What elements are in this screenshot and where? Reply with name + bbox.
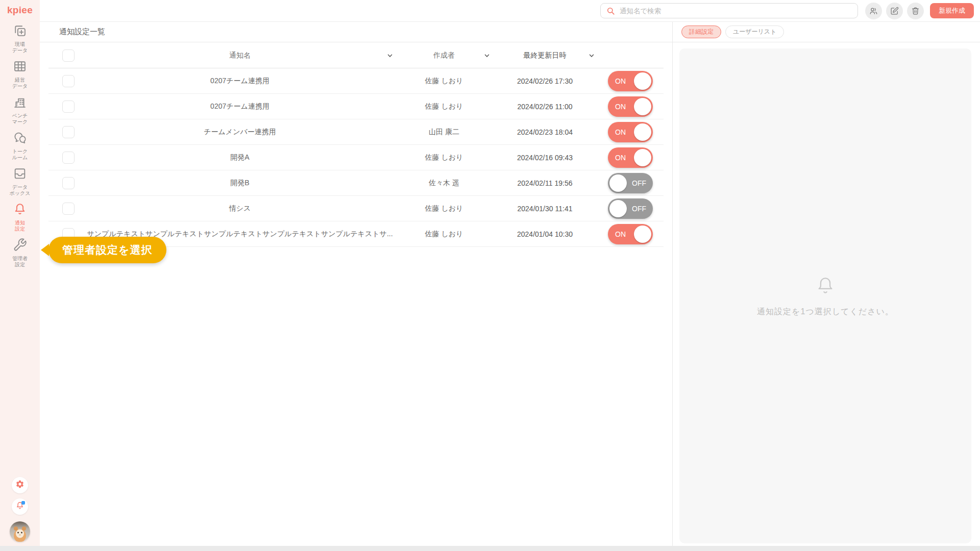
- sidebar-item-field-data[interactable]: 現場データ: [0, 23, 40, 59]
- create-button[interactable]: 新規作成: [930, 3, 974, 18]
- users-icon: [869, 7, 878, 15]
- toggle-knob: [634, 98, 651, 115]
- page-title: 通知設定一覧: [40, 22, 672, 42]
- field-data-icon: [13, 23, 27, 40]
- settings-button[interactable]: [12, 477, 28, 493]
- bell-icon: [13, 202, 27, 218]
- trash-icon: [911, 7, 920, 15]
- admin-settings-tooltip: 管理者設定を選択: [48, 237, 166, 263]
- toggle-knob: [609, 200, 627, 217]
- sidebar-item-admin-settings[interactable]: 管理者設定: [0, 238, 40, 273]
- topbar: 新規作成: [40, 0, 980, 22]
- row-name: 0207チーム連携用: [84, 77, 396, 86]
- row-checkbox[interactable]: [62, 75, 75, 87]
- tab-detail-settings[interactable]: 詳細設定: [681, 26, 721, 38]
- notification-table: 通知名 作成者 最終更新日時 0207チーム連携用 佐藤 しおり 2024/02…: [40, 43, 672, 546]
- toggle-state-label: ON: [615, 77, 626, 85]
- toggle-state-label: ON: [615, 103, 626, 111]
- edit-button[interactable]: [886, 3, 903, 19]
- row-toggle[interactable]: ON: [608, 224, 653, 244]
- row-updated: 2024/01/30 11:41: [493, 205, 597, 213]
- benchmark-icon: [13, 95, 27, 111]
- row-toggle[interactable]: OFF: [608, 198, 653, 219]
- row-toggle[interactable]: ON: [608, 71, 653, 91]
- search-input[interactable]: [620, 7, 852, 15]
- row-toggle[interactable]: ON: [608, 122, 653, 142]
- row-checkbox[interactable]: [62, 177, 75, 189]
- gear-icon: [15, 480, 24, 491]
- row-author: 佐々木 遥: [396, 179, 493, 188]
- toggle-state-label: ON: [615, 128, 626, 136]
- detail-panel-card: 通知設定を1つ選択してください。: [679, 48, 971, 543]
- notifications-button[interactable]: [12, 498, 28, 515]
- sidebar-item-benchmark[interactable]: ベンチマーク: [0, 95, 40, 131]
- users-button[interactable]: [865, 3, 882, 19]
- row-author: 佐藤 しおり: [396, 204, 493, 213]
- tab-user-list[interactable]: ユーザーリスト: [725, 26, 784, 38]
- column-header-author: 作成者: [396, 51, 493, 60]
- toggle-state-label: ON: [615, 230, 626, 238]
- right-panel-tabs: 詳細設定 ユーザーリスト: [672, 22, 784, 42]
- edit-icon: [890, 7, 899, 15]
- management-data-icon: [13, 59, 27, 76]
- toggle-state-label: OFF: [632, 179, 646, 187]
- column-header-updated: 最終更新日時: [493, 51, 597, 60]
- table-row[interactable]: 0207チーム連携用 佐藤 しおり 2024/02/26 11:00 ON: [48, 94, 664, 119]
- bell-icon: [815, 275, 836, 298]
- table-row[interactable]: 0207チーム連携用 佐藤 しおり 2024/02/26 17:30 ON: [48, 68, 664, 94]
- row-toggle[interactable]: ON: [608, 147, 653, 168]
- subheader: 通知設定一覧 詳細設定 ユーザーリスト: [40, 22, 980, 42]
- delete-button[interactable]: [907, 3, 924, 19]
- sort-chevron-icon[interactable]: [588, 52, 595, 59]
- select-all-checkbox[interactable]: [62, 49, 75, 62]
- row-updated: 2024/02/26 17:30: [493, 77, 597, 85]
- user-avatar[interactable]: [10, 521, 30, 542]
- search-icon: [606, 6, 616, 16]
- toggle-knob: [634, 226, 651, 243]
- search-box: [600, 3, 858, 18]
- row-updated: 2024/02/16 09:43: [493, 154, 597, 162]
- row-updated: 2024/02/11 19:56: [493, 179, 597, 187]
- row-checkbox[interactable]: [62, 203, 75, 215]
- sidebar-footer: [0, 477, 40, 542]
- toggle-state-label: ON: [615, 154, 626, 162]
- row-name: チームメンバー連携用: [84, 128, 396, 137]
- table-body: 0207チーム連携用 佐藤 しおり 2024/02/26 17:30 ON 02…: [48, 68, 664, 247]
- row-name: 情シス: [84, 204, 396, 213]
- toggle-state-label: OFF: [632, 205, 646, 213]
- sidebar-item-notification-settings[interactable]: 通知設定: [0, 202, 40, 238]
- row-author: 佐藤 しおり: [396, 153, 493, 162]
- row-name: 開発A: [84, 153, 396, 162]
- row-name: 0207チーム連携用: [84, 102, 396, 111]
- toggle-knob: [634, 123, 651, 141]
- sidebar-item-talk-room[interactable]: トークルーム: [0, 131, 40, 166]
- row-author: 佐藤 しおり: [396, 77, 493, 86]
- table-row[interactable]: チームメンバー連携用 山田 康二 2024/02/23 18:04 ON: [48, 119, 664, 145]
- toggle-knob: [609, 174, 627, 192]
- row-checkbox[interactable]: [62, 101, 75, 113]
- toggle-knob: [634, 149, 651, 166]
- wrench-icon: [13, 238, 27, 254]
- data-box-icon: [13, 166, 27, 183]
- row-author: 山田 康二: [396, 128, 493, 137]
- toggle-knob: [634, 72, 651, 90]
- row-author: 佐藤 しおり: [396, 230, 493, 239]
- row-author: 佐藤 しおり: [396, 102, 493, 111]
- table-row[interactable]: 開発B 佐々木 遥 2024/02/11 19:56 OFF: [48, 170, 664, 196]
- table-row[interactable]: 開発A 佐藤 しおり 2024/02/16 09:43 ON: [48, 145, 664, 170]
- right-panel: 通知設定を1つ選択してください。: [673, 43, 980, 546]
- sort-chevron-icon[interactable]: [483, 52, 491, 59]
- row-updated: 2024/02/26 11:00: [493, 103, 597, 111]
- sort-chevron-icon[interactable]: [386, 52, 394, 59]
- row-toggle[interactable]: OFF: [608, 173, 653, 193]
- table-row[interactable]: 情シス 佐藤 しおり 2024/01/30 11:41 OFF: [48, 196, 664, 221]
- row-checkbox[interactable]: [62, 152, 75, 164]
- sidebar-item-data-box[interactable]: データボックス: [0, 166, 40, 202]
- row-toggle[interactable]: ON: [608, 96, 653, 117]
- sidebar-item-management-data[interactable]: 経営データ: [0, 59, 40, 95]
- app-logo: kpiee: [0, 5, 40, 16]
- talk-room-icon: [13, 131, 27, 147]
- notification-dot: [21, 501, 25, 505]
- row-checkbox[interactable]: [62, 126, 75, 138]
- row-updated: 2024/01/04 10:30: [493, 230, 597, 238]
